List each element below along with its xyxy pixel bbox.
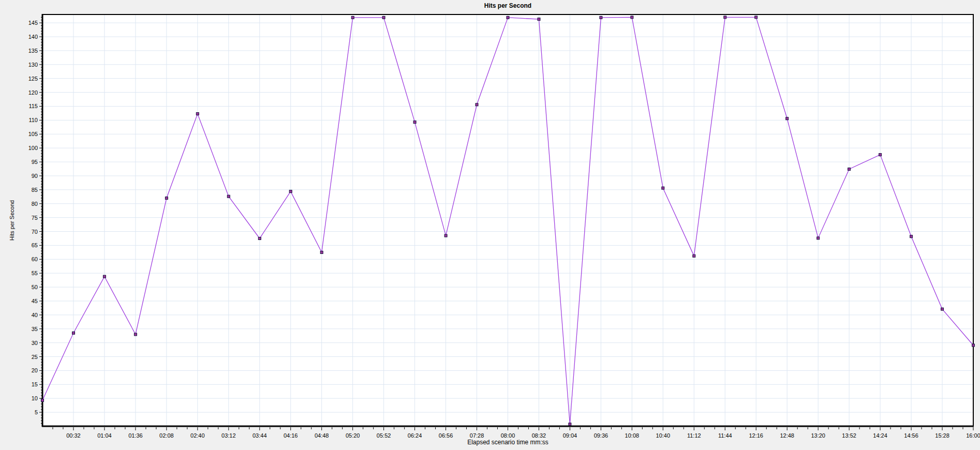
- data-point-marker: [724, 16, 726, 19]
- x-tick-label: 07:28: [470, 432, 484, 439]
- x-tick-label: 04:16: [284, 432, 298, 439]
- y-tick-label: 110: [28, 117, 38, 123]
- x-tick-label: 11:12: [687, 432, 701, 439]
- x-tick-label: 04:48: [315, 432, 329, 439]
- y-tick-label: 70: [32, 229, 38, 235]
- y-tick-label: 90: [32, 173, 38, 179]
- x-tick-label: 10:08: [625, 432, 640, 439]
- y-tick-label: 130: [28, 62, 38, 68]
- x-axis-title: Elapsed scenario time mm:ss: [42, 439, 973, 446]
- data-point-marker: [848, 168, 851, 171]
- x-tick-label: 05:20: [346, 432, 360, 439]
- x-tick-label: 01:04: [97, 432, 112, 439]
- y-tick-label: 100: [28, 145, 38, 151]
- data-point-marker: [413, 121, 416, 124]
- y-tick-label: 50: [32, 284, 38, 290]
- data-point-marker: [196, 113, 199, 115]
- data-point-marker: [507, 16, 509, 19]
- x-tick-label: 03:12: [221, 432, 236, 439]
- data-point-marker: [817, 237, 820, 239]
- data-point-marker: [382, 16, 385, 19]
- data-point-marker: [258, 237, 261, 240]
- y-tick-label: 75: [32, 215, 38, 221]
- y-tick-label: 140: [28, 34, 38, 40]
- data-point-marker: [972, 344, 975, 347]
- x-tick-label: 13:20: [811, 432, 825, 439]
- x-tick-label: 16:00: [966, 432, 980, 439]
- data-point-marker: [755, 16, 758, 19]
- x-tick-label: 15:28: [935, 432, 949, 439]
- y-tick-label: 85: [32, 187, 38, 193]
- data-point-marker: [103, 275, 106, 278]
- plot-area[interactable]: 5101520253035404550556065707580859095100…: [0, 0, 980, 450]
- x-tick-label: 08:00: [501, 432, 515, 439]
- y-tick-label: 25: [32, 354, 38, 360]
- y-tick-label: 125: [28, 76, 38, 82]
- x-tick-label: 06:56: [439, 432, 453, 439]
- y-tick-label: 115: [28, 103, 38, 109]
- x-tick-label: 02:08: [159, 432, 174, 439]
- data-point-marker: [41, 399, 44, 402]
- data-point-marker: [134, 333, 137, 336]
- data-point-marker: [444, 234, 447, 237]
- x-tick-label: 09:36: [594, 432, 608, 439]
- y-tick-label: 10: [32, 395, 38, 401]
- chart-window: Hits per Second Hits per Second 51015202…: [0, 0, 980, 450]
- data-point-marker: [476, 103, 478, 106]
- data-point-marker: [72, 332, 75, 334]
- y-tick-label: 55: [32, 270, 38, 276]
- y-tick-label: 5: [35, 409, 38, 415]
- x-tick-label: 03:44: [253, 432, 267, 439]
- data-point-marker: [600, 16, 602, 19]
- x-tick-label: 14:24: [873, 432, 887, 439]
- data-point-marker: [227, 195, 230, 198]
- data-point-marker: [941, 308, 944, 310]
- y-tick-label: 65: [32, 242, 38, 248]
- y-tick-label: 135: [28, 48, 38, 54]
- chart-title: Hits per Second: [42, 2, 973, 9]
- y-tick-label: 145: [28, 20, 38, 26]
- data-point-marker: [631, 16, 633, 19]
- data-point-marker: [320, 251, 323, 253]
- x-tick-label: 13:52: [842, 432, 856, 439]
- y-tick-label: 35: [32, 326, 38, 332]
- x-tick-label: 11:44: [718, 432, 732, 439]
- data-point-marker: [351, 16, 354, 19]
- y-tick-label: 20: [32, 367, 38, 373]
- y-axis-title: Hits per Second: [9, 184, 15, 257]
- data-point-marker: [693, 254, 695, 257]
- y-tick-label: 105: [28, 131, 38, 137]
- y-tick-label: 60: [32, 256, 38, 262]
- data-point-marker: [662, 187, 664, 189]
- x-tick-label: 02:40: [190, 432, 205, 439]
- y-tick-label: 45: [32, 298, 38, 304]
- x-tick-label: 00:32: [66, 432, 81, 439]
- x-tick-label: 08:32: [532, 432, 546, 439]
- y-tick-label: 80: [32, 201, 38, 207]
- y-tick-label: 95: [32, 159, 38, 165]
- y-tick-label: 15: [32, 381, 38, 387]
- x-tick-label: 12:48: [780, 432, 794, 439]
- x-tick-label: 10:40: [656, 432, 671, 439]
- x-tick-label: 05:52: [377, 432, 391, 439]
- data-point-marker: [165, 197, 168, 200]
- y-tick-label: 30: [32, 340, 38, 346]
- x-tick-label: 06:24: [408, 432, 422, 439]
- x-tick-label: 09:04: [563, 432, 577, 439]
- data-point-marker: [569, 423, 571, 426]
- y-tick-label: 120: [28, 89, 38, 96]
- y-tick-label: 40: [32, 312, 38, 318]
- data-point-marker: [538, 18, 540, 21]
- data-point-marker: [786, 117, 789, 120]
- data-point-marker: [879, 154, 882, 156]
- x-tick-label: 14:56: [904, 432, 918, 439]
- x-tick-label: 01:36: [128, 432, 143, 439]
- data-point-marker: [910, 235, 913, 238]
- x-tick-label: 12:16: [749, 432, 763, 439]
- data-point-marker: [289, 190, 292, 193]
